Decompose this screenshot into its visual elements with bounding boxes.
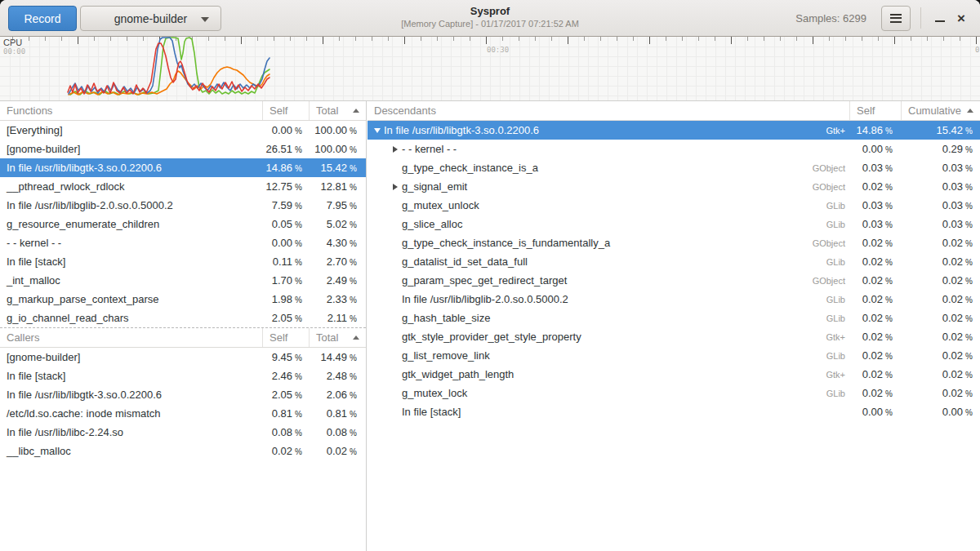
column-header-callers[interactable]: Callers — [0, 328, 262, 347]
column-header-self[interactable]: Self — [849, 101, 901, 120]
expander-open-icon[interactable] — [371, 128, 384, 133]
chevron-down-icon — [201, 17, 209, 22]
table-row[interactable]: In file /usr/lib/libglib-2.0.so.0.5000.2… — [0, 196, 366, 215]
tree-row[interactable]: In file /usr/lib/libglib-2.0.so.0.5000.2… — [368, 290, 980, 309]
tree-row[interactable]: g_hash_table_sizeGLib0.02%0.02% — [368, 309, 980, 327]
cell-percent: 0.02% — [849, 180, 901, 193]
triangle-right-icon — [393, 146, 398, 153]
function-name-label: - - kernel - - — [402, 143, 457, 155]
cell-percent: 0.02% — [849, 312, 901, 324]
cell-percent: 0.02% — [901, 349, 980, 362]
percent-value: 0.02 — [942, 368, 963, 380]
cell-percent: 0.02% — [849, 368, 901, 380]
tree-row[interactable]: g_datalist_id_set_data_fullGLib0.02%0.02… — [368, 252, 980, 271]
percent-sign: % — [885, 183, 893, 192]
cell-percent: 26.51% — [262, 143, 309, 155]
cell-percent: 0.02% — [901, 331, 980, 343]
cell-percent: 100.00% — [309, 124, 366, 136]
percent-value: 0.08 — [327, 426, 347, 438]
table-row[interactable]: In file [stack]0.11%2.70% — [0, 252, 366, 271]
function-name-label: g_mutex_lock — [402, 387, 467, 399]
table-row[interactable]: In file /usr/lib/libgtk-3.so.0.2200.62.0… — [0, 385, 366, 404]
library-badge: GLib — [826, 220, 849, 229]
library-badge: GLib — [826, 389, 849, 398]
column-header-label: Self — [270, 104, 287, 117]
titlebar-right-group: Samples: 6299 × — [795, 0, 972, 36]
record-button[interactable]: Record — [8, 6, 77, 31]
tree-row[interactable]: In file /usr/lib/libgtk-3.so.0.2200.6Gtk… — [368, 121, 980, 140]
cell-function-name: g_type_check_instance_is_fundamentally_a… — [368, 237, 849, 249]
tree-row[interactable]: g_signal_emitGObject0.02%0.03% — [368, 177, 980, 196]
column-header-total[interactable]: Total — [309, 101, 366, 120]
hamburger-icon — [890, 11, 902, 24]
percent-value: 2.33 — [327, 293, 347, 305]
column-header-self[interactable]: Self — [262, 328, 309, 347]
percent-value: 0.02 — [862, 256, 883, 268]
cell-percent: 1.98% — [262, 293, 309, 305]
percent-value: 7.95 — [327, 199, 347, 211]
descendants-rows: In file /usr/lib/libgtk-3.so.0.2200.6Gtk… — [368, 121, 980, 421]
table-row[interactable]: - - kernel - -0.00%4.30% — [0, 233, 366, 252]
table-row[interactable]: /etc/ld.so.cache: inode mismatch0.81%0.8… — [0, 404, 366, 423]
percent-value: 0.11 — [273, 256, 292, 268]
percent-sign: % — [965, 258, 973, 267]
expander-closed-icon[interactable] — [389, 184, 402, 190]
cell-function-name: g_signal_emitGObject — [368, 180, 849, 193]
table-row[interactable]: In file /usr/lib/libgtk-3.so.0.2200.614.… — [0, 158, 366, 177]
column-header-descendants[interactable]: Descendants — [368, 101, 849, 120]
cell-percent: 0.02% — [309, 445, 366, 457]
tree-row[interactable]: g_type_check_instance_is_fundamentally_a… — [368, 233, 980, 252]
column-header-total[interactable]: Total — [309, 328, 366, 347]
cpu-graph[interactable]: CPU 00:0000:3001:00 — [0, 37, 980, 101]
percent-sign: % — [965, 371, 973, 380]
percent-sign: % — [295, 202, 302, 211]
percent-value: 1.70 — [272, 274, 292, 287]
tree-row[interactable]: gtk_style_provider_get_style_propertyGtk… — [368, 327, 980, 346]
percent-sign: % — [295, 353, 302, 362]
tree-row[interactable]: g_list_remove_linkGLib0.02%0.02% — [368, 346, 980, 365]
column-header-functions[interactable]: Functions — [0, 101, 262, 120]
percent-sign: % — [885, 277, 893, 286]
tree-row[interactable]: g_type_check_instance_is_aGObject0.03%0.… — [368, 158, 980, 177]
tree-row[interactable]: g_mutex_lockGLib0.02%0.02% — [368, 384, 980, 402]
tree-row[interactable]: g_param_spec_get_redirect_targetGObject0… — [368, 271, 980, 290]
table-row[interactable]: [gnome-builder]9.45%14.49% — [0, 348, 366, 367]
column-header-cumulative[interactable]: Cumulative — [901, 101, 980, 120]
cell-percent: 2.05% — [262, 312, 309, 324]
cell-percent: 0.02% — [849, 349, 901, 362]
function-name-label: In file [stack] — [402, 406, 461, 418]
cell-function-name: In file [stack] — [0, 256, 262, 268]
cell-percent: 12.75% — [262, 180, 309, 193]
table-row[interactable]: __pthread_rwlock_rdlock12.75%12.81% — [0, 177, 366, 196]
cell-percent: 14.86% — [849, 124, 901, 136]
table-row[interactable]: _int_malloc1.70%2.49% — [0, 271, 366, 290]
expander-closed-icon[interactable] — [389, 146, 402, 153]
close-button[interactable]: × — [951, 6, 972, 31]
table-row[interactable]: __libc_malloc0.02%0.02% — [0, 442, 366, 460]
cell-percent: 9.45% — [262, 351, 309, 363]
cell-percent: 2.70% — [309, 256, 366, 268]
tree-row[interactable]: - - kernel - -0.00%0.29% — [368, 140, 980, 158]
tree-row[interactable]: gtk_widget_path_lengthGtk+0.02%0.02% — [368, 365, 980, 384]
table-row[interactable]: In file [stack]2.46%2.48% — [0, 367, 366, 385]
table-row[interactable]: In file /usr/lib/libc-2.24.so0.08%0.08% — [0, 423, 366, 442]
cell-percent: 15.42% — [309, 162, 366, 174]
menu-button[interactable] — [881, 6, 911, 31]
tree-row[interactable]: g_mutex_unlockGLib0.03%0.03% — [368, 196, 980, 215]
tree-row[interactable]: In file [stack]0.00%0.00% — [368, 402, 980, 421]
library-badge: Gtk+ — [826, 332, 849, 342]
table-row[interactable]: [Everything]0.00%100.00% — [0, 121, 366, 140]
sort-ascending-icon — [967, 109, 973, 113]
column-header-label: Total — [316, 331, 338, 344]
table-row[interactable]: g_io_channel_read_chars2.05%2.11% — [0, 309, 366, 327]
process-selector-dropdown[interactable]: gnome-builder — [80, 6, 221, 31]
table-row[interactable]: [gnome-builder]26.51%100.00% — [0, 140, 366, 158]
triangle-down-icon — [374, 128, 381, 133]
minimize-button[interactable] — [929, 6, 951, 31]
table-row[interactable]: g_markup_parse_context_parse1.98%2.33% — [0, 290, 366, 309]
column-header-self[interactable]: Self — [262, 101, 309, 120]
tree-row[interactable]: g_slice_allocGLib0.03%0.03% — [368, 215, 980, 233]
table-row[interactable]: g_resource_enumerate_children0.05%5.02% — [0, 215, 366, 233]
cell-function-name: In file /usr/lib/libgtk-3.so.0.2200.6Gtk… — [368, 124, 849, 136]
percent-sign: % — [885, 127, 893, 136]
